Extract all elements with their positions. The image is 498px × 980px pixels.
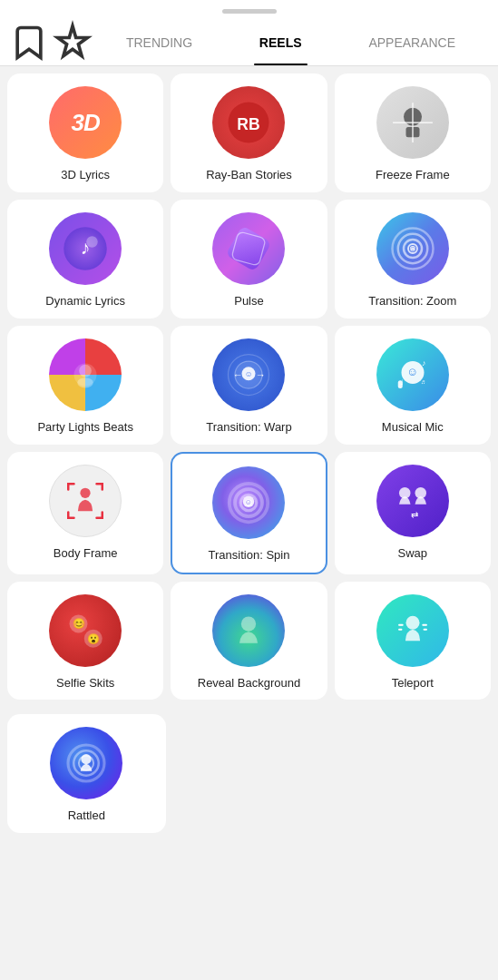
icon-party-lights bbox=[49, 338, 122, 411]
svg-point-55 bbox=[82, 754, 92, 764]
svg-text:😮: 😮 bbox=[87, 632, 101, 644]
item-party-lights[interactable]: Party Lights Beats bbox=[7, 326, 163, 445]
svg-point-18 bbox=[79, 365, 92, 377]
nav-bar: TRENDING REELS APPEARANCE bbox=[0, 19, 498, 66]
svg-text:😊: 😊 bbox=[73, 617, 86, 630]
item-freeze[interactable]: Freeze Frame bbox=[335, 74, 491, 192]
label-transition-warp: Transition: Warp bbox=[206, 420, 291, 436]
svg-rect-9 bbox=[226, 226, 271, 271]
icon-selfie-skits: 😊 😮 bbox=[49, 594, 122, 667]
icon-teleport bbox=[376, 594, 449, 667]
label-dynamic-lyrics: Dynamic Lyrics bbox=[45, 294, 125, 309]
item-teleport[interactable]: Teleport bbox=[335, 582, 491, 701]
drag-handle bbox=[222, 9, 277, 14]
svg-point-19 bbox=[77, 377, 93, 387]
label-3d-lyrics: 3D Lyrics bbox=[61, 168, 110, 183]
effects-grid: ♪ Dynamic Lyrics Pulse ☺ bbox=[0, 192, 498, 715]
label-selfie-skits: Selfie Skits bbox=[56, 676, 114, 691]
tab-appearance[interactable]: APPEARANCE bbox=[363, 19, 461, 65]
label-transition-zoom: Transition: Zoom bbox=[368, 294, 456, 309]
svg-rect-31 bbox=[398, 380, 403, 388]
item-reveal-bg[interactable]: Reveal Background bbox=[171, 582, 327, 701]
label-body-frame: Body Frame bbox=[54, 546, 118, 562]
svg-text:⇄: ⇄ bbox=[410, 509, 417, 519]
item-selfie-skits[interactable]: 😊 😮 Selfie Skits bbox=[7, 582, 163, 701]
label-freeze: Freeze Frame bbox=[376, 168, 450, 183]
label-pulse: Pulse bbox=[234, 294, 264, 309]
icon-3d-lyrics: 3D bbox=[49, 86, 122, 159]
svg-text:♬: ♬ bbox=[421, 378, 425, 385]
tab-reels[interactable]: REELS bbox=[254, 19, 308, 65]
svg-point-46 bbox=[241, 616, 256, 631]
svg-text:☺: ☺ bbox=[245, 498, 252, 506]
label-rayban: Ray-Ban Stories bbox=[206, 168, 292, 183]
svg-text:♪: ♪ bbox=[422, 358, 425, 368]
svg-text:☺: ☺ bbox=[406, 366, 418, 378]
item-transition-warp[interactable]: ← → ☺ Transition: Warp bbox=[171, 326, 327, 445]
nav-tabs: TRENDING REELS APPEARANCE bbox=[93, 19, 489, 65]
icon-reveal-bg bbox=[212, 594, 285, 667]
label-swap: Swap bbox=[398, 546, 428, 562]
icon-swap: ⇄ bbox=[376, 465, 449, 537]
svg-point-47 bbox=[405, 615, 419, 629]
svg-text:→: → bbox=[256, 369, 266, 380]
svg-text:RB: RB bbox=[238, 115, 260, 133]
label-rattled: Rattled bbox=[68, 808, 105, 824]
item-transition-spin[interactable]: ☺ Transition: Spin bbox=[171, 452, 327, 574]
label-transition-spin: Transition: Spin bbox=[209, 548, 290, 564]
label-musical-mic: Musical Mic bbox=[382, 420, 444, 436]
item-transition-zoom[interactable]: ☺ Transition: Zoom bbox=[335, 200, 491, 318]
icon-transition-zoom: ☺ bbox=[376, 212, 449, 285]
label-teleport: Teleport bbox=[392, 676, 434, 691]
icon-body-frame bbox=[49, 465, 122, 537]
item-swap[interactable]: ⇄ Swap bbox=[335, 452, 491, 574]
bookmark-icon[interactable] bbox=[9, 23, 49, 63]
icon-freeze bbox=[376, 86, 449, 159]
item-3d-lyrics[interactable]: 3D 3D Lyrics bbox=[7, 74, 163, 192]
svg-text:☺: ☺ bbox=[245, 369, 253, 378]
item-pulse[interactable]: Pulse bbox=[171, 200, 327, 318]
svg-text:←: ← bbox=[233, 369, 243, 380]
icon-pulse bbox=[212, 212, 285, 285]
drag-handle-bar bbox=[0, 0, 498, 19]
icon-transition-spin: ☺ bbox=[212, 466, 285, 539]
svg-point-8 bbox=[86, 236, 98, 248]
icon-rattled bbox=[50, 727, 122, 799]
item-rattled[interactable]: Rattled bbox=[7, 714, 166, 833]
tab-trending[interactable]: TRENDING bbox=[121, 19, 198, 65]
icon-rayban: RB bbox=[212, 86, 285, 159]
partial-top-row: 3D 3D Lyrics RB Ray-Ban Stories Freeze F… bbox=[0, 66, 498, 192]
label-party-lights: Party Lights Beats bbox=[37, 420, 133, 436]
label-reveal-bg: Reveal Background bbox=[198, 676, 300, 691]
item-body-frame[interactable]: Body Frame bbox=[7, 452, 163, 574]
item-musical-mic[interactable]: ☺ ♪ ♩ ♬ Musical Mic bbox=[335, 326, 491, 445]
item-dynamic-lyrics[interactable]: ♪ Dynamic Lyrics bbox=[7, 200, 163, 318]
sparkle-icon[interactable] bbox=[53, 23, 93, 63]
svg-point-32 bbox=[81, 487, 91, 497]
icon-musical-mic: ☺ ♪ ♩ ♬ bbox=[376, 338, 449, 411]
item-rayban[interactable]: RB Ray-Ban Stories bbox=[171, 74, 327, 192]
svg-text:☺: ☺ bbox=[408, 244, 416, 253]
icon-transition-warp: ← → ☺ bbox=[212, 338, 285, 411]
icon-dynamic-lyrics: ♪ bbox=[49, 212, 122, 285]
bottom-row: Rattled bbox=[0, 714, 498, 848]
